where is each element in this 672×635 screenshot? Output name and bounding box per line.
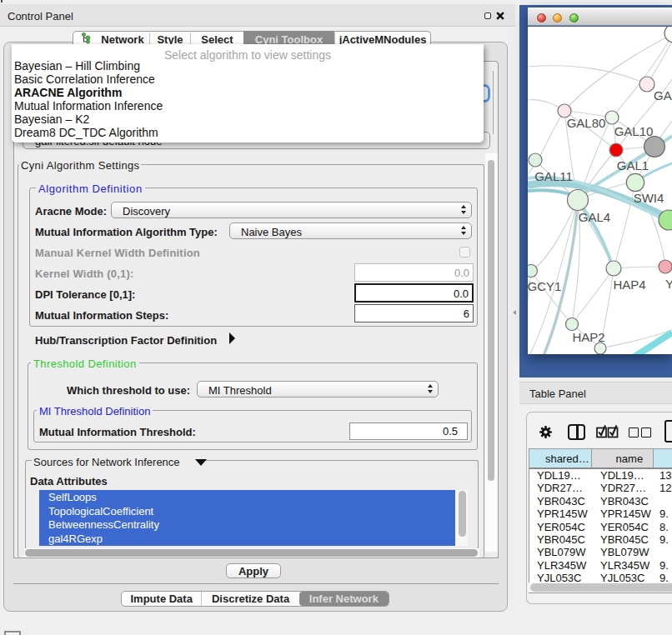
svg-text:HAP4: HAP4: [613, 278, 645, 292]
svg-text:GAL80: GAL80: [567, 116, 606, 130]
svg-text:SWI4: SWI4: [634, 191, 664, 205]
svg-text:GAL4: GAL4: [579, 210, 610, 224]
svg-text:GAL1: GAL1: [617, 158, 649, 172]
svg-text:HAP2: HAP2: [572, 330, 604, 344]
svg-text:GCY1: GCY1: [528, 279, 561, 293]
svg-text:GAL10: GAL10: [614, 124, 654, 138]
svg-text:Y: Y: [665, 277, 672, 291]
svg-text:GAL7: GAL7: [654, 88, 672, 102]
svg-text:GAL11: GAL11: [534, 169, 573, 183]
